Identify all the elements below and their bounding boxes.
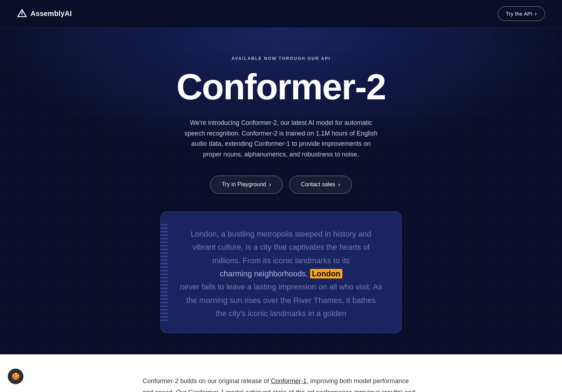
hero-eyebrow: AVAILABLE NOW THROUGH OUR API	[231, 56, 330, 61]
demo-text-faded-top: London, a bustling metropolis steeped in…	[180, 227, 382, 267]
bottom-content: Conformer-2 builds on our original relea…	[143, 376, 419, 392]
demo-text-active: charming neighborhoods, London	[180, 267, 382, 280]
logo-area: AssemblyAI	[17, 9, 72, 19]
hero-buttons: Try in Playground › Contact sales ›	[210, 176, 352, 194]
hero-description: We're introducing Conformer-2, our lates…	[182, 118, 380, 160]
logo-text: AssemblyAI	[31, 10, 72, 18]
demo-card: London, a bustling metropolis steeped in…	[160, 211, 402, 333]
bottom-text: Conformer-2 builds on our original relea…	[143, 376, 419, 392]
cookie-consent-button[interactable]: 🍪	[8, 369, 23, 384]
hero-title: Conformer-2	[176, 69, 386, 105]
navbar: AssemblyAI Try the API ›	[0, 0, 562, 28]
conformer-1-link[interactable]: Conformer-1	[271, 377, 307, 385]
assemblyai-logo-icon	[17, 9, 27, 19]
demo-highlight-word: London	[310, 269, 342, 278]
demo-text-faded-bottom: never fails to leave a lasting impressio…	[180, 280, 382, 320]
previous-results-link[interactable]: previous results	[356, 389, 401, 392]
cookie-icon: 🍪	[11, 372, 20, 381]
chevron-right-icon: ›	[535, 10, 537, 17]
bottom-section: Conformer-2 builds on our original relea…	[0, 354, 562, 392]
demo-card-wrapper: London, a bustling metropolis steeped in…	[17, 211, 545, 333]
chevron-right-icon: ›	[338, 181, 340, 188]
hero-section: AVAILABLE NOW THROUGH OUR API Conformer-…	[0, 28, 562, 354]
try-in-playground-button[interactable]: Try in Playground ›	[210, 176, 283, 194]
chevron-right-icon: ›	[269, 181, 271, 188]
contact-sales-button[interactable]: Contact sales ›	[289, 176, 352, 194]
try-api-button[interactable]: Try the API ›	[498, 6, 545, 21]
